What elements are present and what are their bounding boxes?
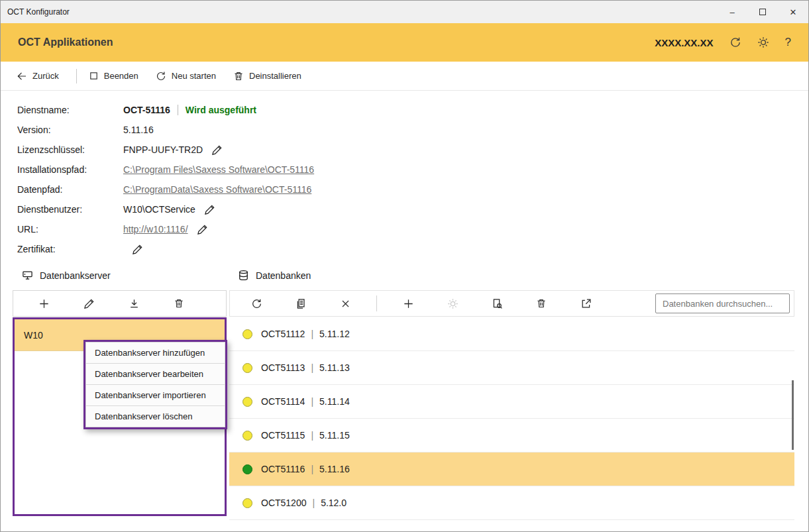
context-menu: Datenbankserver hinzufügenDatenbankserve… xyxy=(83,340,227,429)
panels-section: Datenbankserver Datenbanken W10 Datenban… xyxy=(1,266,808,531)
refresh-databases-button[interactable] xyxy=(243,298,270,309)
detail-link[interactable]: C:\ProgramData\Saxess Software\OCT-51116 xyxy=(123,184,311,195)
detail-label: Dienstname: xyxy=(17,105,123,115)
detail-row: Installationspfad:C:\Program Files\Saxes… xyxy=(17,160,808,180)
gear-icon xyxy=(447,298,458,309)
context-menu-item[interactable]: Datenbankserver bearbeiten xyxy=(85,363,225,385)
database-list: OCT51112|5.11.12OCT51113|5.11.13OCT51114… xyxy=(229,317,794,520)
version-text: XXXX.XX.XX xyxy=(655,37,713,48)
add-server-button[interactable] xyxy=(30,298,57,309)
database-row[interactable]: OCT51113|5.11.13 xyxy=(229,351,794,385)
trash-icon xyxy=(174,298,184,309)
context-menu-item[interactable]: Datenbankserver hinzufügen xyxy=(85,342,225,364)
app-header: OCT Applikationen XXXX.XX.XX ? xyxy=(1,23,808,62)
back-arrow-icon xyxy=(17,71,27,81)
detail-value: W10\OCTService xyxy=(123,204,195,215)
back-button[interactable]: Zurück xyxy=(17,71,59,81)
context-menu-item[interactable]: Datenbankserver importieren xyxy=(85,384,225,406)
import-icon xyxy=(129,298,140,309)
detail-link[interactable]: C:\Program Files\Saxess Software\OCT-511… xyxy=(123,164,314,175)
status-icon xyxy=(243,498,252,508)
detail-row: Version:5.11.16 xyxy=(17,120,808,140)
detail-row: Dienstbenutzer:W10\OCTService xyxy=(17,199,808,219)
add-database-button[interactable] xyxy=(395,298,421,309)
app-window: OCT Konfigurator – ✕ OCT Applikationen X… xyxy=(0,0,809,532)
close-button[interactable]: ✕ xyxy=(778,1,808,23)
header-actions: XXXX.XX.XX ? xyxy=(655,36,791,49)
status-icon xyxy=(243,363,252,373)
database-row[interactable]: OCT51200|5.12.0 xyxy=(229,486,794,520)
status-icon xyxy=(243,464,252,474)
database-row[interactable]: OCT51115|5.11.15 xyxy=(229,419,794,452)
toolbar-separator xyxy=(76,69,77,83)
edit-server-button[interactable] xyxy=(76,298,102,309)
status-icon xyxy=(243,329,252,339)
settings-button[interactable] xyxy=(757,36,769,48)
gear-icon xyxy=(757,36,769,48)
service-status: Wird ausgeführt xyxy=(186,105,256,115)
stop-icon xyxy=(89,71,99,81)
window-controls: – ✕ xyxy=(717,1,808,23)
detail-row: Lizenzschlüssel:FNPP-UUFY-TR2D xyxy=(17,140,808,160)
details-section: Dienstname:OCT-51116Wird ausgeführtVersi… xyxy=(1,91,808,266)
status-icon xyxy=(243,431,252,441)
trash-icon xyxy=(536,298,547,309)
server-panel-title: Datenbankserver xyxy=(40,270,111,281)
database-toolbar xyxy=(229,290,794,317)
toolbar-separator xyxy=(376,295,377,311)
name-version-separator: | xyxy=(311,362,313,373)
detail-row: Zertifikat: xyxy=(17,239,808,259)
database-name: OCT51112 xyxy=(261,329,305,339)
detail-row: Dienstname:OCT-51116Wird ausgeführt xyxy=(17,100,808,120)
name-version-separator: | xyxy=(311,329,313,339)
refresh-icon xyxy=(729,36,741,48)
help-button[interactable]: ? xyxy=(785,36,791,49)
stop-service-button[interactable]: Beenden xyxy=(89,71,138,81)
detail-label: Version: xyxy=(17,125,123,135)
page-title: OCT Applikationen xyxy=(18,36,113,48)
detail-label: URL: xyxy=(17,224,123,235)
name-version-separator: | xyxy=(312,498,315,508)
search-database-button[interactable] xyxy=(484,298,510,309)
minimize-icon: – xyxy=(729,7,734,17)
uninstall-button[interactable]: Deinstallieren xyxy=(233,71,301,81)
database-panel-title: Datenbanken xyxy=(256,270,311,281)
database-name: OCT51114 xyxy=(261,396,305,407)
delete-server-button[interactable] xyxy=(166,298,192,309)
database-settings-button[interactable] xyxy=(439,298,466,309)
scrollbar-thumb[interactable] xyxy=(792,380,794,450)
export-database-button[interactable] xyxy=(572,298,599,309)
database-row[interactable]: OCT51116|5.11.16 xyxy=(229,452,794,486)
stop-label: Beenden xyxy=(104,71,138,81)
database-search-input[interactable] xyxy=(655,293,790,313)
database-row[interactable]: OCT51114|5.11.14 xyxy=(229,385,794,419)
back-label: Zurück xyxy=(32,71,59,81)
detail-label: Datenpfad: xyxy=(17,184,123,195)
status-icon xyxy=(243,397,252,407)
pencil-icon xyxy=(83,298,95,309)
detail-value: 5.11.16 xyxy=(123,125,154,135)
database-version: 5.11.12 xyxy=(319,329,350,339)
delete-database-button[interactable] xyxy=(528,298,555,309)
edit-button[interactable] xyxy=(211,144,223,156)
context-menu-item[interactable]: Datenbankserver löschen xyxy=(85,405,225,427)
copy-database-button[interactable] xyxy=(288,298,314,309)
database-row[interactable]: OCT51112|5.11.12 xyxy=(229,317,794,351)
restart-service-button[interactable]: Neu starten xyxy=(156,71,216,81)
maximize-button[interactable] xyxy=(747,1,778,23)
database-version: 5.11.16 xyxy=(319,464,350,474)
restart-label: Neu starten xyxy=(172,71,216,81)
refresh-button[interactable] xyxy=(729,36,741,48)
database-name: OCT51113 xyxy=(261,362,305,373)
minimize-button[interactable]: – xyxy=(717,1,747,23)
detail-link[interactable]: http://w10:1116/ xyxy=(123,224,188,235)
close-icon: ✕ xyxy=(790,7,797,17)
edit-button[interactable] xyxy=(204,204,215,215)
detail-row: Datenpfad:C:\ProgramData\Saxess Software… xyxy=(17,180,808,199)
name-version-separator: | xyxy=(311,430,313,441)
close-database-button[interactable] xyxy=(332,299,358,309)
edit-button[interactable] xyxy=(132,244,143,255)
import-server-button[interactable] xyxy=(121,298,147,309)
edit-button[interactable] xyxy=(197,224,208,235)
database-version: 5.11.15 xyxy=(319,430,350,441)
